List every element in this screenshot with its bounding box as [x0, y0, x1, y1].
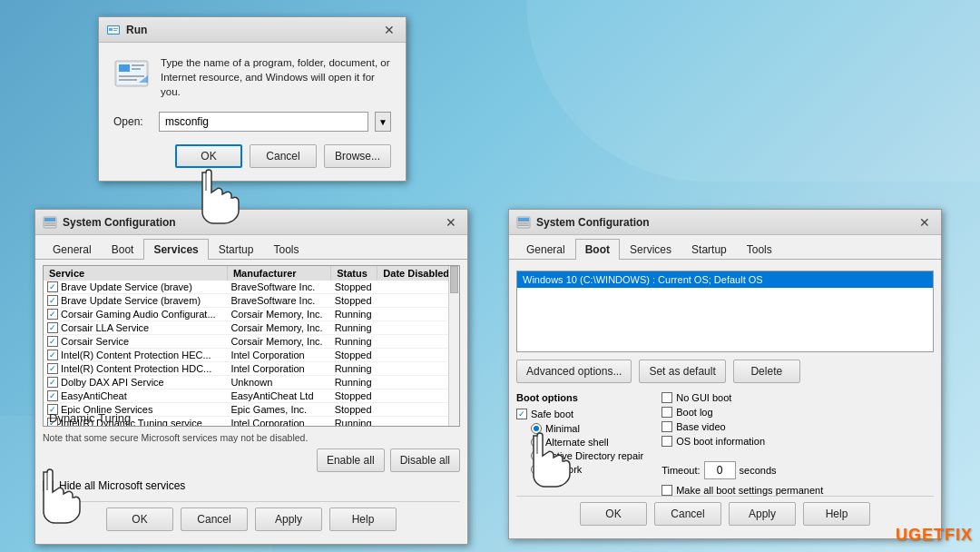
run-close-button[interactable]: ✕ — [380, 21, 398, 39]
base-video-checkbox[interactable] — [662, 421, 672, 432]
radio-minimal[interactable] — [531, 423, 542, 434]
run-title-bar: Run ✕ — [99, 17, 406, 43]
run-icon — [106, 23, 121, 37]
boot-tab-startup[interactable]: Startup — [681, 239, 737, 260]
boot-buttons-row: Advanced options... Set as default Delet… — [516, 360, 934, 383]
hide-microsoft-checkbox[interactable] — [43, 480, 54, 491]
services-cancel-button[interactable]: Cancel — [181, 508, 248, 531]
col-status: Status — [331, 266, 377, 281]
sysconfig-boot-close-button[interactable]: ✕ — [916, 213, 934, 232]
radio-alternate-shell[interactable] — [531, 437, 542, 448]
services-table-container: Service Manufacturer Status Date Disable… — [43, 265, 460, 427]
safe-boot-label: Safe boot — [531, 409, 573, 419]
tab-services[interactable]: Services — [143, 239, 208, 260]
run-cancel-button[interactable]: Cancel — [250, 144, 317, 168]
svg-rect-10 — [119, 75, 144, 77]
watermark-fix: FIX — [945, 526, 973, 544]
right-boot-options: No GUI boot Boot log Base video OS boot … — [662, 392, 934, 447]
timeout-input[interactable] — [704, 461, 736, 479]
boot-log-checkbox[interactable] — [662, 407, 672, 418]
boot-tab-tools[interactable]: Tools — [737, 239, 782, 260]
table-row[interactable]: Corsair Gaming Audio Configurat... Corsa… — [44, 308, 459, 321]
radio-alternate-shell-label: Alternate shell — [545, 437, 609, 448]
services-note: Note that some secure Microsoft services… — [43, 432, 460, 443]
services-help-button[interactable]: Help — [329, 508, 397, 531]
svg-rect-9 — [132, 68, 141, 70]
hide-microsoft-label: Hide all Microsoft services — [59, 479, 185, 492]
sysconfig-services-tabs: General Boot Services Startup Tools — [35, 239, 467, 260]
sysconfig-services-close-button[interactable]: ✕ — [442, 213, 460, 232]
watermark: UGETFIX — [896, 526, 973, 545]
tab-boot[interactable]: Boot — [102, 239, 144, 260]
run-app-icon — [113, 55, 150, 92]
boot-log-label: Boot log — [676, 407, 712, 418]
boot-list-item-windows10[interactable]: Windows 10 (C:\WINDOWS) : Current OS; De… — [517, 271, 933, 288]
sysconfig-services-footer: OK Cancel Apply Help — [43, 501, 460, 535]
boot-tab-boot[interactable]: Boot — [575, 239, 620, 260]
scrollbar-track[interactable] — [448, 266, 459, 426]
run-input[interactable] — [159, 112, 368, 132]
table-row[interactable]: Corsair Service Corsair Memory, Inc. Run… — [44, 335, 459, 349]
safe-boot-checkbox[interactable] — [516, 409, 527, 419]
services-table: Service Manufacturer Status Date Disable… — [44, 266, 459, 427]
sysconfig-services-dialog: System Configuration ✕ General Boot Serv… — [34, 209, 468, 545]
dynamic-tuning-label: Dynamic Turing — [49, 411, 131, 425]
svg-rect-16 — [44, 224, 55, 226]
no-gui-boot-label: No GUI boot — [676, 392, 731, 403]
sysconfig-boot-title-bar: System Configuration ✕ — [509, 210, 941, 235]
table-row[interactable]: Corsair LLA Service Corsair Memory, Inc.… — [44, 321, 459, 335]
run-description: Type the name of a program, folder, docu… — [161, 55, 391, 99]
run-browse-button[interactable]: Browse... — [324, 144, 391, 168]
services-ok-button[interactable]: OK — [106, 508, 173, 531]
boot-cancel-button[interactable]: Cancel — [654, 502, 721, 526]
boot-ok-button[interactable]: OK — [580, 502, 647, 526]
set-default-button[interactable]: Set as default — [639, 360, 725, 383]
tab-startup[interactable]: Startup — [209, 239, 264, 260]
run-dropdown-button[interactable]: ▼ — [375, 112, 391, 132]
svg-rect-8 — [132, 64, 144, 66]
boot-help-button[interactable]: Help — [803, 502, 870, 526]
col-manufacturer: Manufacturer — [227, 266, 330, 281]
table-row[interactable]: Brave Update Service (brave) BraveSoftwa… — [44, 281, 459, 294]
run-title-text: Run — [126, 24, 147, 36]
sysconfig-boot-title-text: System Configuration — [536, 216, 650, 229]
boot-tab-services[interactable]: Services — [620, 239, 681, 260]
table-row[interactable]: Dolby DAX API Service Unknown Running — [44, 376, 459, 389]
enable-all-button[interactable]: Enable all — [317, 448, 385, 472]
table-row[interactable]: Intel(R) Content Protection HDC... Intel… — [44, 362, 459, 376]
make-permanent-checkbox[interactable] — [662, 485, 672, 496]
timeout-row: Timeout: seconds — [662, 461, 934, 479]
svg-rect-20 — [518, 224, 529, 226]
watermark-get: GET — [908, 526, 945, 544]
svg-rect-2 — [109, 28, 113, 31]
table-row[interactable]: Intel(R) Content Protection HEC... Intel… — [44, 349, 459, 362]
table-row[interactable]: Brave Update Service (bravem) BraveSoftw… — [44, 294, 459, 308]
boot-apply-button[interactable]: Apply — [729, 502, 796, 526]
disable-all-button[interactable]: Disable all — [390, 448, 460, 472]
services-apply-button[interactable]: Apply — [255, 508, 322, 531]
run-dialog: Run ✕ Type the name of a program, folder… — [98, 16, 407, 182]
col-service: Service — [44, 266, 227, 281]
svg-rect-14 — [44, 218, 55, 222]
scrollbar-thumb[interactable] — [450, 266, 458, 293]
os-boot-info-checkbox[interactable] — [662, 436, 672, 447]
svg-rect-11 — [119, 79, 137, 81]
radio-network[interactable] — [531, 464, 542, 475]
table-row[interactable]: EasyAntiCheat EasyAntiCheat Ltd Stopped — [44, 389, 459, 403]
tab-tools[interactable]: Tools — [263, 239, 309, 260]
svg-rect-18 — [518, 218, 529, 222]
sysconfig-boot-footer: OK Cancel Apply Help — [516, 496, 934, 529]
watermark-u: U — [896, 526, 908, 544]
delete-button[interactable]: Delete — [733, 360, 800, 383]
run-ok-button[interactable]: OK — [175, 144, 242, 168]
boot-tab-general[interactable]: General — [516, 239, 575, 260]
radio-active-dir[interactable] — [531, 450, 542, 461]
advanced-options-button[interactable]: Advanced options... — [516, 360, 632, 383]
sysconfig-boot-icon — [516, 215, 531, 230]
radio-network-label: Network — [545, 464, 582, 475]
sysconfig-services-title-text: System Configuration — [63, 216, 176, 229]
col-date: Date Disabled — [377, 266, 459, 281]
svg-rect-19 — [518, 222, 529, 224]
no-gui-boot-checkbox[interactable] — [662, 392, 672, 403]
tab-general[interactable]: General — [43, 239, 102, 260]
